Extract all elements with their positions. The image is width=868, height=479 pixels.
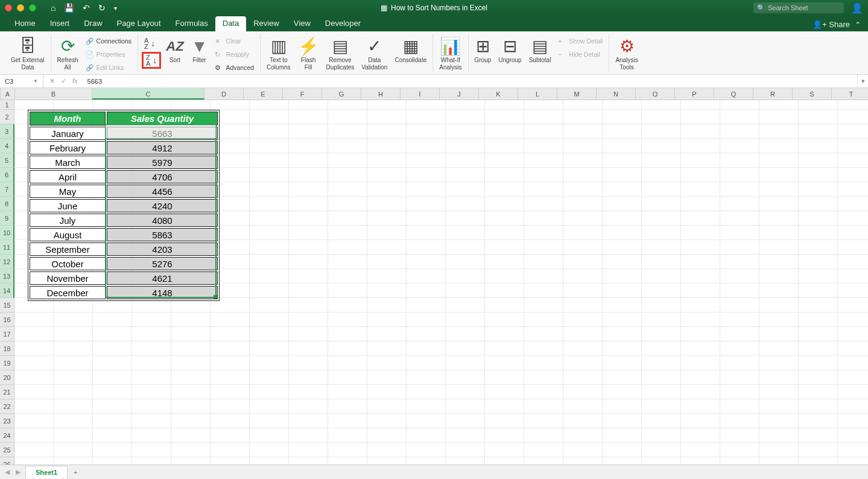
- value-cell[interactable]: 4203: [107, 243, 218, 256]
- maximize-window-button[interactable]: [29, 4, 36, 11]
- month-cell[interactable]: September: [30, 243, 106, 256]
- name-box-dropdown-icon[interactable]: ▼: [33, 78, 38, 84]
- tab-developer[interactable]: Developer: [318, 16, 368, 31]
- tab-view[interactable]: View: [287, 16, 318, 31]
- redo-icon[interactable]: ↻: [98, 3, 106, 13]
- value-cell[interactable]: 4621: [107, 271, 218, 285]
- month-cell[interactable]: April: [30, 170, 106, 183]
- column-header-i[interactable]: I: [401, 88, 440, 100]
- remove-duplicates-button[interactable]: ▤Remove Duplicates: [324, 35, 357, 72]
- ungroup-button[interactable]: ⊟Ungroup: [496, 35, 524, 65]
- row-header-23[interactable]: 23: [0, 414, 14, 428]
- group-button[interactable]: ⊞Group: [472, 35, 494, 65]
- column-header-a[interactable]: A: [1, 88, 15, 100]
- filter-button[interactable]: ▼ Filter: [189, 35, 211, 65]
- tab-insert[interactable]: Insert: [43, 16, 77, 31]
- analysis-tools-button[interactable]: ⚙Analysis Tools: [613, 35, 640, 72]
- collapse-ribbon-icon[interactable]: ⌃: [855, 21, 861, 29]
- reapply-filter-button[interactable]: ↻Reapply: [212, 48, 256, 60]
- row-header-7[interactable]: 7: [0, 182, 14, 197]
- table-header-1[interactable]: Sales Quantity: [107, 112, 218, 125]
- tab-home[interactable]: Home: [7, 16, 43, 31]
- formula-input[interactable]: 5663: [84, 78, 857, 85]
- flash-fill-button[interactable]: ⚡Flash Fill: [296, 35, 322, 72]
- hide-detail-button[interactable]: −Hide Detail: [556, 48, 605, 60]
- month-cell[interactable]: October: [30, 257, 106, 270]
- row-header-13[interactable]: 13: [0, 269, 14, 284]
- column-header-n[interactable]: N: [597, 88, 636, 100]
- edit-links-button[interactable]: 🔗Edit Links: [83, 62, 134, 74]
- row-header-6[interactable]: 6: [0, 168, 14, 182]
- column-header-l[interactable]: L: [518, 88, 557, 100]
- value-cell[interactable]: 5663: [107, 127, 218, 140]
- sort-ascending-button[interactable]: AZ↓: [142, 35, 161, 52]
- column-header-d[interactable]: D: [204, 88, 244, 100]
- row-header-8[interactable]: 8: [0, 197, 14, 211]
- name-box[interactable]: C3 ▼: [0, 75, 43, 87]
- connections-button[interactable]: 🔗Connections: [83, 35, 134, 47]
- close-window-button[interactable]: [5, 4, 12, 11]
- sheet-next-icon[interactable]: ▶: [16, 468, 21, 476]
- undo-icon[interactable]: ↶: [83, 3, 90, 13]
- row-header-19[interactable]: 19: [0, 356, 14, 370]
- sort-button[interactable]: AZ Sort: [163, 35, 186, 65]
- row-header-4[interactable]: 4: [0, 139, 14, 153]
- value-cell[interactable]: 4912: [107, 141, 218, 154]
- spreadsheet-grid[interactable]: ABCDEFGHIJKLMNOPQRST 1234567891011121314…: [0, 88, 868, 465]
- month-cell[interactable]: August: [30, 228, 106, 241]
- column-header-f[interactable]: F: [283, 88, 322, 100]
- minimize-window-button[interactable]: [17, 4, 24, 11]
- row-header-20[interactable]: 20: [0, 370, 14, 385]
- advanced-filter-button[interactable]: ⚙Advanced: [212, 62, 256, 74]
- row-header-9[interactable]: 9: [0, 211, 14, 226]
- value-cell[interactable]: 4706: [107, 170, 218, 183]
- value-cell[interactable]: 4240: [107, 199, 218, 212]
- tab-data[interactable]: Data: [215, 16, 246, 31]
- row-header-17[interactable]: 17: [0, 327, 14, 341]
- row-header-11[interactable]: 11: [0, 240, 14, 255]
- column-header-t[interactable]: T: [832, 88, 868, 100]
- column-header-s[interactable]: S: [793, 88, 832, 100]
- save-icon[interactable]: 💾: [64, 3, 74, 13]
- properties-button[interactable]: 📄Properties: [83, 48, 134, 60]
- expand-formula-bar-icon[interactable]: ▾: [857, 75, 868, 87]
- add-sheet-button[interactable]: +: [68, 466, 83, 478]
- column-header-h[interactable]: H: [361, 88, 401, 100]
- show-detail-button[interactable]: +Show Detail: [556, 35, 605, 47]
- tab-formulas[interactable]: Formulas: [168, 16, 215, 31]
- month-cell[interactable]: March: [30, 156, 106, 169]
- clear-filter-button[interactable]: ✕Clear: [212, 35, 256, 47]
- refresh-all-button[interactable]: ⟳ Refresh All: [55, 35, 81, 72]
- value-cell[interactable]: 5979: [107, 156, 218, 169]
- column-header-k[interactable]: K: [479, 88, 518, 100]
- column-header-q[interactable]: Q: [714, 88, 753, 100]
- row-header-5[interactable]: 5: [0, 153, 14, 168]
- month-cell[interactable]: June: [30, 199, 106, 212]
- value-cell[interactable]: 5863: [107, 228, 218, 241]
- qat-more-icon[interactable]: ▾: [114, 5, 117, 11]
- row-header-3[interactable]: 3: [0, 124, 14, 139]
- consolidate-button[interactable]: ▦Consolidate: [392, 35, 429, 65]
- row-header-21[interactable]: 21: [0, 385, 14, 399]
- value-cell[interactable]: 4456: [107, 185, 218, 198]
- month-cell[interactable]: May: [30, 185, 106, 198]
- user-icon[interactable]: 👤: [851, 2, 863, 14]
- column-header-b[interactable]: B: [15, 88, 92, 100]
- row-header-2[interactable]: 2: [0, 110, 14, 124]
- sort-descending-button[interactable]: ZA↓: [142, 52, 161, 69]
- confirm-formula-icon[interactable]: ✓: [61, 77, 66, 85]
- month-cell[interactable]: December: [30, 286, 106, 299]
- column-header-c[interactable]: C: [92, 88, 204, 100]
- column-header-e[interactable]: E: [244, 88, 283, 100]
- home-icon[interactable]: ⌂: [51, 3, 55, 13]
- sheet-prev-icon[interactable]: ◀: [5, 468, 10, 476]
- month-cell[interactable]: January: [30, 127, 106, 140]
- cancel-formula-icon[interactable]: ✕: [49, 77, 55, 85]
- row-header-22[interactable]: 22: [0, 399, 14, 414]
- month-cell[interactable]: February: [30, 141, 106, 154]
- column-header-m[interactable]: M: [557, 88, 597, 100]
- row-header-16[interactable]: 16: [0, 312, 14, 327]
- share-button[interactable]: 👤+ Share: [813, 20, 850, 29]
- fx-icon[interactable]: fx: [72, 77, 78, 85]
- cells-area[interactable]: MonthSales QuantityJanuary5663February49…: [14, 100, 868, 465]
